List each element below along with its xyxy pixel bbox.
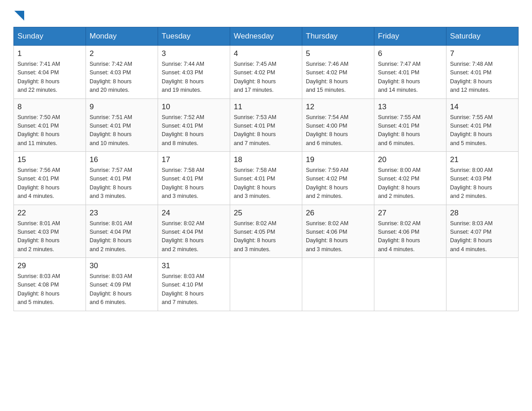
calendar-cell: 16 Sunrise: 7:57 AMSunset: 4:01 PMDaylig… (86, 152, 158, 205)
day-info: Sunrise: 7:47 AMSunset: 4:01 PMDaylight:… (378, 60, 442, 95)
svg-marker-0 (14, 11, 24, 21)
day-info: Sunrise: 8:01 AMSunset: 4:04 PMDaylight:… (90, 219, 154, 254)
day-number: 17 (162, 155, 226, 164)
day-info: Sunrise: 7:45 AMSunset: 4:02 PMDaylight:… (234, 60, 298, 95)
calendar-cell: 24 Sunrise: 8:02 AMSunset: 4:04 PMDaylig… (158, 205, 230, 258)
day-number: 31 (162, 261, 226, 270)
calendar-cell: 22 Sunrise: 8:01 AMSunset: 4:03 PMDaylig… (14, 205, 86, 258)
day-number: 23 (90, 209, 154, 218)
header-friday: Friday (374, 27, 446, 46)
calendar-cell: 28 Sunrise: 8:03 AMSunset: 4:07 PMDaylig… (446, 205, 519, 258)
day-info: Sunrise: 8:02 AMSunset: 4:04 PMDaylight:… (162, 219, 226, 254)
day-number: 18 (234, 155, 298, 164)
week-row-2: 8 Sunrise: 7:50 AMSunset: 4:01 PMDayligh… (14, 98, 519, 152)
calendar-table: SundayMondayTuesdayWednesdayThursdayFrid… (13, 27, 519, 311)
day-info: Sunrise: 8:01 AMSunset: 4:03 PMDaylight:… (17, 219, 82, 254)
logo (13, 9, 24, 18)
day-number: 11 (234, 103, 298, 111)
header-monday: Monday (86, 27, 158, 46)
day-info: Sunrise: 7:53 AMSunset: 4:01 PMDaylight:… (234, 113, 298, 148)
calendar-cell: 15 Sunrise: 7:56 AMSunset: 4:01 PMDaylig… (14, 152, 86, 205)
week-row-5: 29 Sunrise: 8:03 AMSunset: 4:08 PMDaylig… (14, 258, 519, 311)
day-info: Sunrise: 7:52 AMSunset: 4:01 PMDaylight:… (162, 113, 226, 148)
weekday-header-row: SundayMondayTuesdayWednesdayThursdayFrid… (14, 27, 519, 46)
day-number: 12 (306, 103, 370, 111)
day-info: Sunrise: 8:02 AMSunset: 4:06 PMDaylight:… (306, 219, 370, 254)
day-info: Sunrise: 7:55 AMSunset: 4:01 PMDaylight:… (378, 113, 442, 148)
header-tuesday: Tuesday (158, 27, 230, 46)
day-info: Sunrise: 8:02 AMSunset: 4:05 PMDaylight:… (234, 219, 298, 254)
day-info: Sunrise: 8:03 AMSunset: 4:10 PMDaylight:… (162, 272, 226, 307)
day-number: 4 (234, 49, 298, 58)
calendar-cell: 17 Sunrise: 7:58 AMSunset: 4:01 PMDaylig… (158, 152, 230, 205)
page-header (13, 9, 519, 18)
day-info: Sunrise: 7:41 AMSunset: 4:04 PMDaylight:… (17, 60, 82, 95)
calendar-cell: 8 Sunrise: 7:50 AMSunset: 4:01 PMDayligh… (14, 98, 86, 152)
day-info: Sunrise: 7:48 AMSunset: 4:01 PMDaylight:… (450, 60, 515, 95)
calendar-cell: 20 Sunrise: 8:00 AMSunset: 4:02 PMDaylig… (374, 152, 446, 205)
calendar-cell: 26 Sunrise: 8:02 AMSunset: 4:06 PMDaylig… (302, 205, 374, 258)
day-number: 19 (306, 155, 370, 164)
header-thursday: Thursday (302, 27, 374, 46)
calendar-cell: 1 Sunrise: 7:41 AMSunset: 4:04 PMDayligh… (14, 46, 86, 99)
calendar-cell: 13 Sunrise: 7:55 AMSunset: 4:01 PMDaylig… (374, 98, 446, 152)
day-number: 3 (162, 49, 226, 58)
day-info: Sunrise: 8:03 AMSunset: 4:08 PMDaylight:… (17, 272, 82, 307)
week-row-1: 1 Sunrise: 7:41 AMSunset: 4:04 PMDayligh… (14, 46, 519, 99)
header-sunday: Sunday (14, 27, 86, 46)
day-number: 30 (90, 261, 154, 270)
day-info: Sunrise: 8:03 AMSunset: 4:07 PMDaylight:… (450, 219, 515, 254)
day-info: Sunrise: 7:44 AMSunset: 4:03 PMDaylight:… (162, 60, 226, 95)
header-saturday: Saturday (446, 27, 519, 46)
day-info: Sunrise: 7:55 AMSunset: 4:01 PMDaylight:… (450, 113, 515, 148)
day-number: 15 (17, 155, 82, 164)
day-number: 22 (17, 209, 82, 218)
day-info: Sunrise: 8:00 AMSunset: 4:02 PMDaylight:… (378, 166, 442, 201)
week-row-4: 22 Sunrise: 8:01 AMSunset: 4:03 PMDaylig… (14, 205, 519, 258)
day-info: Sunrise: 8:03 AMSunset: 4:09 PMDaylight:… (90, 272, 154, 307)
calendar-cell: 6 Sunrise: 7:47 AMSunset: 4:01 PMDayligh… (374, 46, 446, 99)
day-number: 26 (306, 209, 370, 218)
day-info: Sunrise: 7:54 AMSunset: 4:00 PMDaylight:… (306, 113, 370, 148)
calendar-cell: 11 Sunrise: 7:53 AMSunset: 4:01 PMDaylig… (230, 98, 302, 152)
calendar-cell: 3 Sunrise: 7:44 AMSunset: 4:03 PMDayligh… (158, 46, 230, 99)
calendar-cell: 29 Sunrise: 8:03 AMSunset: 4:08 PMDaylig… (14, 258, 86, 311)
day-number: 16 (90, 155, 154, 164)
calendar-cell (446, 258, 519, 311)
calendar-cell: 7 Sunrise: 7:48 AMSunset: 4:01 PMDayligh… (446, 46, 519, 99)
day-info: Sunrise: 7:46 AMSunset: 4:02 PMDaylight:… (306, 60, 370, 95)
day-info: Sunrise: 7:57 AMSunset: 4:01 PMDaylight:… (90, 166, 154, 201)
day-number: 1 (17, 49, 82, 58)
calendar-cell: 31 Sunrise: 8:03 AMSunset: 4:10 PMDaylig… (158, 258, 230, 311)
day-number: 14 (450, 103, 515, 111)
day-number: 13 (378, 103, 442, 111)
day-info: Sunrise: 7:50 AMSunset: 4:01 PMDaylight:… (17, 113, 82, 148)
logo-arrow-icon (14, 11, 24, 21)
day-number: 5 (306, 49, 370, 58)
day-number: 2 (90, 49, 154, 58)
calendar-cell: 5 Sunrise: 7:46 AMSunset: 4:02 PMDayligh… (302, 46, 374, 99)
calendar-cell: 21 Sunrise: 8:00 AMSunset: 4:03 PMDaylig… (446, 152, 519, 205)
day-number: 24 (162, 209, 226, 218)
day-number: 27 (378, 209, 442, 218)
calendar-cell: 19 Sunrise: 7:59 AMSunset: 4:02 PMDaylig… (302, 152, 374, 205)
calendar-cell (230, 258, 302, 311)
calendar-cell (302, 258, 374, 311)
calendar-cell: 27 Sunrise: 8:02 AMSunset: 4:06 PMDaylig… (374, 205, 446, 258)
calendar-cell: 12 Sunrise: 7:54 AMSunset: 4:00 PMDaylig… (302, 98, 374, 152)
day-number: 10 (162, 103, 226, 111)
calendar-cell: 9 Sunrise: 7:51 AMSunset: 4:01 PMDayligh… (86, 98, 158, 152)
day-info: Sunrise: 8:00 AMSunset: 4:03 PMDaylight:… (450, 166, 515, 201)
day-info: Sunrise: 8:02 AMSunset: 4:06 PMDaylight:… (378, 219, 442, 254)
header-wednesday: Wednesday (230, 27, 302, 46)
day-info: Sunrise: 7:58 AMSunset: 4:01 PMDaylight:… (234, 166, 298, 201)
calendar-cell: 10 Sunrise: 7:52 AMSunset: 4:01 PMDaylig… (158, 98, 230, 152)
calendar-cell: 30 Sunrise: 8:03 AMSunset: 4:09 PMDaylig… (86, 258, 158, 311)
day-number: 29 (17, 261, 82, 270)
day-number: 8 (17, 103, 82, 111)
week-row-3: 15 Sunrise: 7:56 AMSunset: 4:01 PMDaylig… (14, 152, 519, 205)
calendar-cell: 23 Sunrise: 8:01 AMSunset: 4:04 PMDaylig… (86, 205, 158, 258)
calendar-cell: 2 Sunrise: 7:42 AMSunset: 4:03 PMDayligh… (86, 46, 158, 99)
day-number: 9 (90, 103, 154, 111)
day-number: 7 (450, 49, 515, 58)
